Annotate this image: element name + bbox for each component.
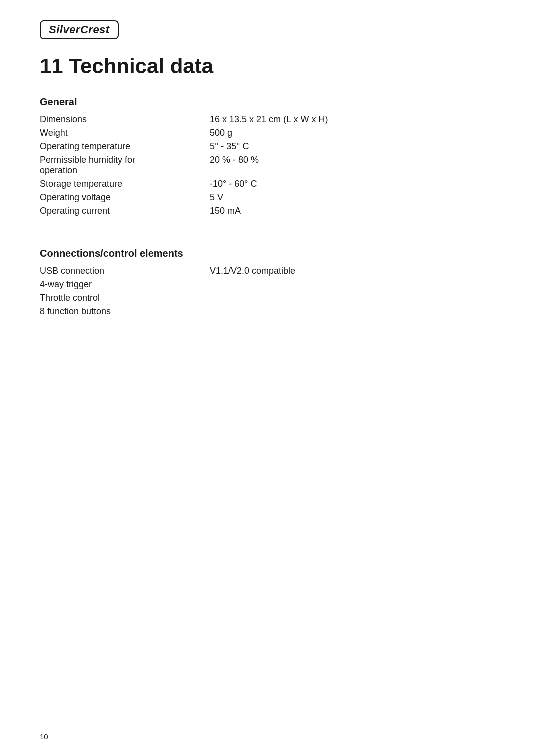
spec-value-humidity: 20 % - 80 %: [210, 153, 500, 177]
page-number: 10: [40, 732, 48, 741]
table-row: Storage temperature -10° - 60° C: [40, 177, 500, 191]
spec-value-storage-temp: -10° - 60° C: [210, 177, 500, 191]
spec-label-weight: Weight: [40, 126, 210, 140]
spec-label-throttle: Throttle control: [40, 291, 210, 305]
table-row: Throttle control: [40, 291, 500, 305]
page-container: SilverCrest 11 Technical data General Di…: [0, 0, 540, 368]
table-row: 8 function buttons: [40, 305, 500, 318]
spec-value-op-temp: 5° - 35° C: [210, 140, 500, 153]
general-section-title: General: [40, 96, 500, 108]
section-general: General Dimensions 16 x 13.5 x 21 cm (L …: [40, 96, 500, 218]
spec-value-dimensions: 16 x 13.5 x 21 cm (L x W x H): [210, 113, 500, 126]
section-connections: Connections/control elements USB connect…: [40, 248, 500, 318]
spec-label-dimensions: Dimensions: [40, 113, 210, 126]
table-row: Operating temperature 5° - 35° C: [40, 140, 500, 153]
spec-value-current: 150 mA: [210, 204, 500, 218]
general-spec-table: Dimensions 16 x 13.5 x 21 cm (L x W x H)…: [40, 113, 500, 218]
table-row: Permissible humidity foroperation 20 % -…: [40, 153, 500, 177]
spec-label-storage-temp: Storage temperature: [40, 177, 210, 191]
spec-value-trigger: [210, 278, 500, 291]
spec-label-op-temp: Operating temperature: [40, 140, 210, 153]
spec-label-current: Operating current: [40, 204, 210, 218]
table-row: Operating current 150 mA: [40, 204, 500, 218]
table-row: Dimensions 16 x 13.5 x 21 cm (L x W x H): [40, 113, 500, 126]
spec-value-throttle: [210, 291, 500, 305]
logo-container: SilverCrest: [40, 20, 500, 39]
spec-value-buttons: [210, 305, 500, 318]
logo-box: SilverCrest: [40, 20, 119, 39]
logo-text: SilverCrest: [49, 23, 110, 36]
spec-value-voltage: 5 V: [210, 191, 500, 204]
spec-label-buttons: 8 function buttons: [40, 305, 210, 318]
spec-value-weight: 500 g: [210, 126, 500, 140]
connections-section-title: Connections/control elements: [40, 248, 500, 259]
table-row: Weight 500 g: [40, 126, 500, 140]
spec-label-voltage: Operating voltage: [40, 191, 210, 204]
table-row: USB connection V1.1/V2.0 compatible: [40, 264, 500, 278]
spec-label-humidity: Permissible humidity foroperation: [40, 153, 210, 177]
table-row: Operating voltage 5 V: [40, 191, 500, 204]
page-title: 11 Technical data: [40, 54, 500, 78]
spec-label-usb: USB connection: [40, 264, 210, 278]
spec-label-trigger: 4-way trigger: [40, 278, 210, 291]
connections-spec-table: USB connection V1.1/V2.0 compatible 4-wa…: [40, 264, 500, 318]
table-row: 4-way trigger: [40, 278, 500, 291]
spec-value-usb: V1.1/V2.0 compatible: [210, 264, 500, 278]
